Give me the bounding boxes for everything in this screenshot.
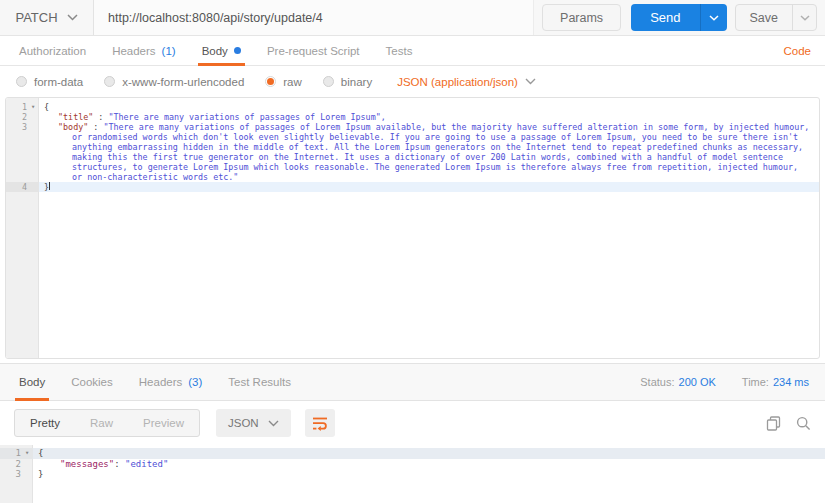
request-tabs: Authorization Headers (1) Body Pre-reque…: [0, 36, 825, 66]
radio-raw[interactable]: raw: [265, 76, 302, 88]
response-toolbar-right: [766, 416, 811, 431]
view-mode-group: Pretty Raw Preview: [14, 409, 200, 437]
radio-binary[interactable]: binary: [323, 76, 372, 88]
response-section: Body Cookies Headers (3) Test Results St…: [0, 363, 825, 503]
radio-x-www-form-urlencoded[interactable]: x-www-form-urlencoded: [104, 76, 244, 88]
tab-label: Body: [19, 376, 45, 388]
radio-form-data[interactable]: form-data: [16, 76, 83, 88]
tab-label: Tests: [386, 45, 413, 57]
save-button[interactable]: Save: [736, 5, 793, 30]
code-line: 2"title" : "There are many variations of…: [6, 112, 819, 122]
code-line: 3"body" : "There are many variations of …: [6, 122, 819, 132]
radio-selected-icon: [265, 76, 276, 87]
save-options-button[interactable]: [792, 5, 816, 30]
tab-authorization[interactable]: Authorization: [6, 36, 99, 65]
fold-caret-icon[interactable]: ▾: [27, 102, 39, 112]
send-button[interactable]: Send: [631, 4, 699, 31]
response-meta: Status:200 OK Time:234 ms: [640, 364, 809, 400]
code-line: anything embarrassing hidden in the midd…: [6, 142, 819, 152]
url-input[interactable]: [108, 11, 519, 25]
status-badge: Status:200 OK: [640, 376, 716, 388]
copy-response-button[interactable]: [766, 416, 781, 431]
tab-body[interactable]: Body: [189, 36, 254, 65]
code-line: 1▾{: [0, 448, 825, 459]
response-tab-body[interactable]: Body: [6, 364, 58, 400]
tab-tests[interactable]: Tests: [373, 36, 426, 65]
time-value: 234 ms: [773, 376, 809, 388]
code-line: or non-characteristic words etc.": [6, 172, 819, 182]
view-mode-raw[interactable]: Raw: [75, 410, 128, 436]
radio-icon: [323, 76, 334, 87]
text-cursor: [49, 182, 50, 190]
tab-label: Cookies: [71, 376, 113, 388]
radio-label: raw: [283, 76, 302, 88]
radio-label: form-data: [34, 76, 83, 88]
body-modified-dot: [234, 47, 241, 54]
send-options-button[interactable]: [700, 4, 727, 31]
time-label: Time:: [742, 376, 769, 388]
method-select[interactable]: PATCH: [0, 0, 94, 35]
code-line: 3}: [0, 469, 825, 480]
chevron-down-icon: [800, 15, 810, 21]
chevron-down-icon: [268, 420, 279, 427]
code-line: making this the first true generator on …: [6, 152, 819, 162]
url-bar: [94, 0, 534, 35]
tab-label: Headers: [139, 376, 182, 388]
tab-label: Pre-request Script: [267, 45, 360, 57]
chevron-down-icon: [709, 15, 719, 21]
time-badge: Time:234 ms: [742, 376, 809, 388]
content-type-label: JSON (application/json): [397, 76, 518, 88]
response-format-select[interactable]: JSON: [216, 409, 291, 437]
params-button[interactable]: Params: [542, 4, 621, 31]
search-response-button[interactable]: [796, 416, 811, 431]
response-tab-cookies[interactable]: Cookies: [58, 364, 126, 400]
code-line: 2"messages": "edited": [0, 459, 825, 470]
code-line: structures, to generate Lorem Ipsum whic…: [6, 162, 819, 172]
code-line: 4}: [6, 182, 819, 192]
radio-label: x-www-form-urlencoded: [122, 76, 244, 88]
wrap-text-icon: [312, 416, 328, 431]
chevron-down-icon: [67, 14, 78, 21]
copy-icon: [766, 416, 781, 431]
method-label: PATCH: [15, 10, 57, 25]
save-button-group: Save: [735, 4, 818, 31]
response-body-viewer[interactable]: 1▾{2"messages": "edited"3}: [0, 445, 825, 503]
response-tabs-strip: Body Cookies Headers (3) Test Results St…: [0, 364, 825, 401]
tab-label: Headers: [112, 45, 155, 57]
code-line: or randomised words which don't look eve…: [6, 132, 819, 142]
fold-caret-icon[interactable]: ▾: [21, 448, 33, 459]
status-label: Status:: [640, 376, 674, 388]
code-link[interactable]: Code: [784, 45, 812, 57]
request-bar: PATCH Params Send Save: [0, 0, 825, 36]
response-tab-headers[interactable]: Headers (3): [126, 364, 216, 400]
headers-count-badge: (1): [162, 45, 176, 57]
view-mode-preview[interactable]: Preview: [128, 410, 199, 436]
radio-icon: [104, 76, 115, 87]
view-mode-pretty[interactable]: Pretty: [15, 410, 75, 436]
code-line: 1▾{: [6, 102, 819, 112]
status-value: 200 OK: [679, 376, 716, 388]
format-label: JSON: [228, 417, 259, 429]
tab-pre-request-script[interactable]: Pre-request Script: [254, 36, 373, 65]
response-toolbar: Pretty Raw Preview JSON: [0, 401, 825, 445]
request-body-editor[interactable]: 1▾{2"title" : "There are many variations…: [5, 97, 820, 359]
tab-headers[interactable]: Headers (1): [99, 36, 189, 65]
tab-label: Authorization: [19, 45, 86, 57]
send-button-group: Send: [631, 4, 726, 31]
radio-label: binary: [341, 76, 372, 88]
chevron-down-icon: [525, 78, 536, 85]
content-type-select[interactable]: JSON (application/json): [397, 76, 536, 88]
radio-icon: [16, 76, 27, 87]
search-icon: [796, 416, 811, 431]
tab-label: Body: [202, 45, 228, 57]
body-type-row: form-data x-www-form-urlencoded raw bina…: [0, 66, 825, 97]
tab-label: Test Results: [228, 376, 291, 388]
wrap-text-button[interactable]: [305, 409, 335, 437]
response-headers-count-badge: (3): [188, 376, 202, 388]
response-tab-test-results[interactable]: Test Results: [215, 364, 304, 400]
